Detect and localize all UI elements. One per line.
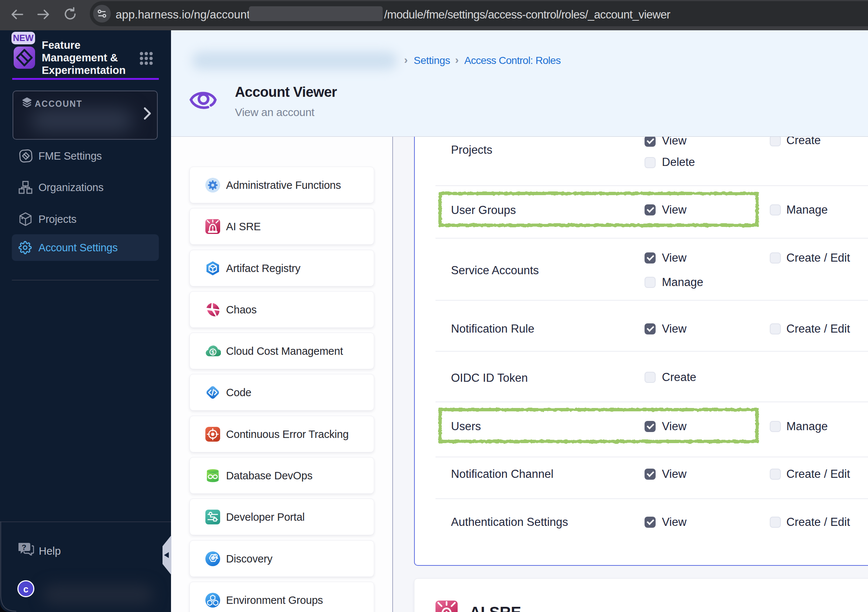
svg-text:?: ? xyxy=(22,543,26,551)
svg-text:$: $ xyxy=(212,349,215,355)
